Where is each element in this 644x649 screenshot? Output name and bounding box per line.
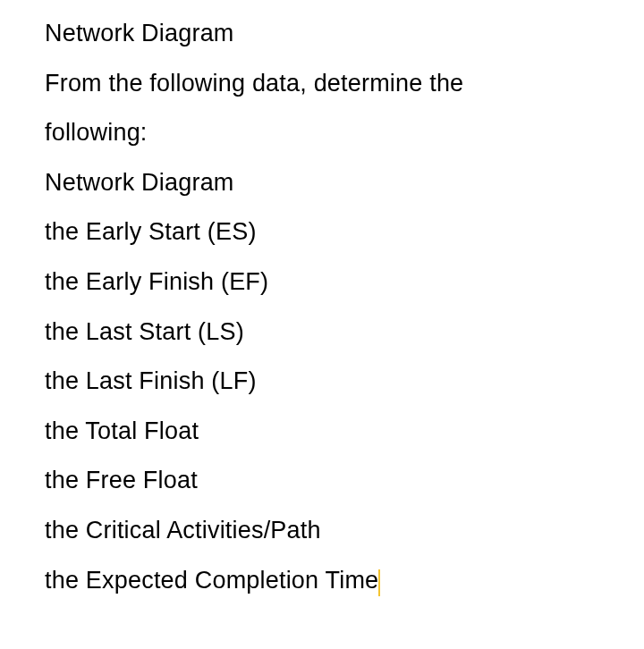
- text-line-item-9-with-cursor[interactable]: the Expected Completion Time: [45, 565, 380, 596]
- text-line-intro-1: From the following data, determine the: [45, 68, 644, 99]
- text-line-item-6: the Total Float: [45, 416, 644, 447]
- text-line-title: Network Diagram: [45, 18, 644, 49]
- text-cursor-icon: [378, 569, 380, 596]
- text-line-item-3: the Early Finish (EF): [45, 266, 644, 298]
- text-line-item-8: the Critical Activities/Path: [45, 515, 644, 546]
- text-line-item-2: the Early Start (ES): [45, 216, 644, 248]
- text-line-item-4: the Last Start (LS): [45, 316, 644, 348]
- text-line-item-7: the Free Float: [45, 465, 644, 496]
- text-line-item-1: Network Diagram: [45, 167, 644, 198]
- text-line-intro-2: following:: [45, 117, 644, 148]
- text-line-item-9: the Expected Completion Time: [45, 567, 378, 594]
- text-line-item-5: the Last Finish (LF): [45, 366, 644, 397]
